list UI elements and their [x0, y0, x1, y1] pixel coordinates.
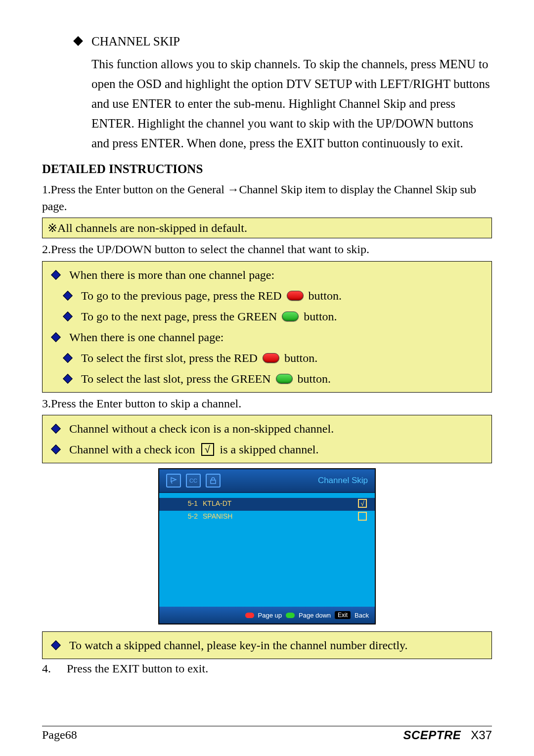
diamond-bullet-icon	[51, 640, 61, 650]
step-1: 1.Press the Enter button on the General …	[42, 181, 492, 215]
osd-title: Channel Skip	[318, 476, 368, 486]
diamond-bullet-icon	[63, 353, 73, 363]
diamond-bullet-icon	[51, 445, 61, 454]
detailed-instructions-heading: DETAILED INSTRUCTIONS	[42, 162, 492, 176]
red-button-icon	[245, 613, 254, 618]
osd-channel-row: 5-1 KTLA-DT √	[159, 498, 375, 511]
page-number: Page68	[42, 728, 77, 742]
watch-skipped-box: To watch a skipped channel, please key-i…	[42, 631, 492, 659]
svg-rect-0	[211, 480, 216, 484]
back-label: Back	[355, 612, 369, 619]
diamond-bullet-icon	[51, 332, 61, 342]
step-2: 2.Press the UP/DOWN button to select the…	[42, 241, 492, 258]
note-box-default: ※All channels are non-skipped in default…	[42, 218, 492, 238]
skip-status-box: Channel without a check icon is a non-sk…	[42, 415, 492, 463]
check-icon: √	[201, 443, 214, 456]
green-button-icon	[282, 311, 299, 321]
section-title: CHANNEL SKIP	[91, 35, 180, 48]
diamond-bullet-icon	[63, 311, 73, 321]
diamond-bullet-icon	[51, 270, 61, 280]
osd-channel-row: 5-2 SPANISH	[167, 511, 367, 524]
diamond-bullet-icon	[63, 291, 73, 301]
reference-mark-icon: ※	[47, 222, 57, 234]
diamond-bullet-icon	[73, 36, 83, 46]
green-button-icon	[286, 613, 295, 618]
diamond-bullet-icon	[51, 424, 61, 434]
brand-model: SCEPTRE X37	[403, 728, 492, 742]
red-button-icon	[287, 291, 304, 301]
step-3: 3.Press the Enter button to skip a chann…	[42, 396, 492, 412]
arrow-right-icon: →	[227, 182, 239, 196]
osd-checkbox-empty-icon	[358, 512, 367, 521]
osd-checkbox-checked-icon: √	[358, 499, 367, 508]
red-button-icon	[263, 353, 279, 363]
osd-cc-icon: CC	[186, 474, 201, 488]
osd-tab-icon	[166, 474, 181, 488]
navigation-box: When there is more than one channel page…	[42, 261, 492, 393]
pageup-label: Page up	[258, 612, 282, 619]
pagedown-label: Page down	[299, 612, 331, 619]
exit-button-icon: Exit	[335, 611, 351, 619]
intro-body: This function allows you to skip channel…	[91, 54, 492, 153]
step-4: 4. Press the EXIT button to exit.	[42, 662, 492, 675]
diamond-bullet-icon	[63, 374, 73, 384]
osd-screenshot: CC Channel Skip 5-1 KTLA-DT √ 5-2 SPANIS…	[158, 468, 376, 624]
green-button-icon	[276, 374, 293, 384]
osd-lock-icon	[206, 474, 221, 488]
